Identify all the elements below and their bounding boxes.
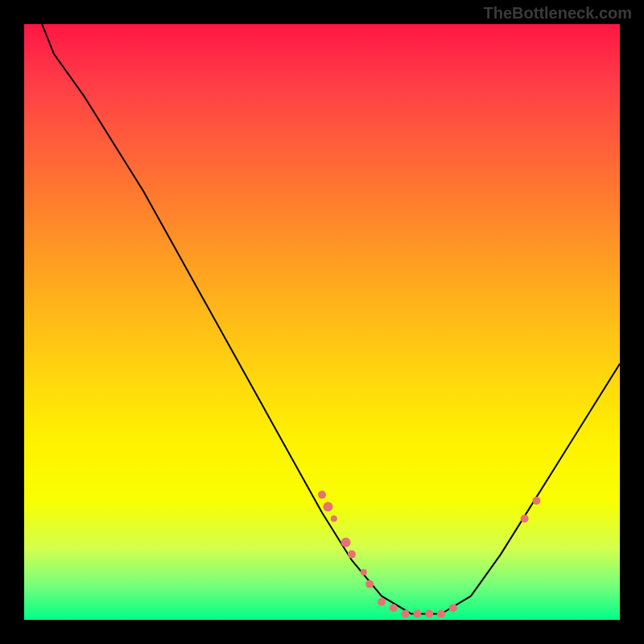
data-marker: [425, 610, 433, 618]
watermark-text: TheBottleneck.com: [484, 4, 632, 23]
data-marker: [390, 604, 398, 612]
data-marker: [365, 580, 374, 588]
data-marker: [341, 538, 351, 547]
data-marker: [521, 514, 529, 522]
chart-container: [24, 24, 620, 620]
bottleneck-curve: [42, 24, 620, 614]
data-marker: [323, 502, 332, 511]
data-marker: [532, 497, 540, 505]
data-marker: [361, 569, 367, 576]
data-marker: [331, 515, 337, 522]
chart-svg: [24, 24, 620, 620]
data-marker: [437, 610, 445, 618]
data-marker: [449, 604, 457, 612]
data-marker: [413, 610, 421, 618]
data-marker: [378, 598, 386, 606]
data-marker: [318, 491, 326, 499]
data-marker: [348, 551, 356, 559]
data-marker: [402, 610, 410, 618]
data-markers: [318, 491, 540, 618]
